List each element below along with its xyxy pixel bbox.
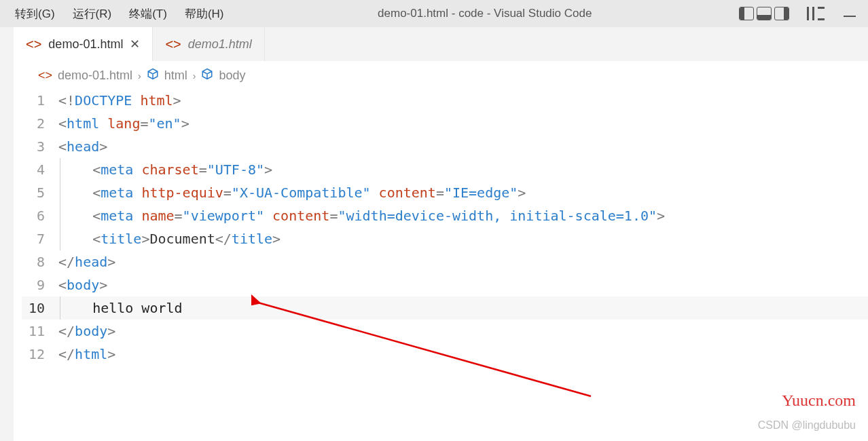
editor-area: <> demo-01.html ✕ <> demo1.html <> demo-… bbox=[14, 27, 868, 441]
layout-bottom-icon[interactable] bbox=[757, 7, 772, 20]
code-editor[interactable]: 1<!DOCTYPE html>2<html lang="en">3<head>… bbox=[14, 89, 868, 366]
code-line[interactable]: 12</html> bbox=[22, 343, 868, 366]
tab-bar: <> demo-01.html ✕ <> demo1.html bbox=[14, 27, 868, 61]
code-content[interactable]: <meta http-equiv="X-UA-Compatible" conte… bbox=[58, 181, 526, 204]
chevron-right-icon: › bbox=[138, 71, 141, 81]
layout-right-icon[interactable] bbox=[774, 7, 789, 20]
window-title: demo-01.html - code - Visual Studio Code bbox=[230, 7, 739, 20]
line-number: 8 bbox=[22, 250, 58, 273]
title-bar: 转到(G) 运行(R) 终端(T) 帮助(H) demo-01.html - c… bbox=[0, 0, 868, 27]
line-number: 7 bbox=[22, 227, 58, 250]
breadcrumb[interactable]: <> demo-01.html › html › body bbox=[14, 61, 868, 89]
line-number: 2 bbox=[22, 112, 58, 135]
close-icon[interactable]: ✕ bbox=[130, 37, 140, 52]
menu-bar: 转到(G) 运行(R) 终端(T) 帮助(H) bbox=[0, 5, 230, 23]
line-number: 9 bbox=[22, 273, 58, 296]
tab-demo-01[interactable]: <> demo-01.html ✕ bbox=[14, 27, 153, 61]
line-number: 5 bbox=[22, 181, 58, 204]
code-content[interactable]: hello world bbox=[58, 296, 183, 320]
menu-run[interactable]: 运行(R) bbox=[66, 5, 119, 23]
cube-icon bbox=[147, 68, 159, 83]
code-line[interactable]: 4 <meta charset="UTF-8"> bbox=[22, 158, 868, 181]
code-content[interactable]: </html> bbox=[58, 343, 115, 366]
code-line[interactable]: 5 <meta http-equiv="X-UA-Compatible" con… bbox=[22, 181, 868, 204]
html-file-icon: <> bbox=[38, 69, 52, 83]
code-line[interactable]: 9<body> bbox=[22, 273, 868, 296]
line-number: 1 bbox=[22, 89, 58, 112]
code-line[interactable]: 8</head> bbox=[22, 250, 868, 273]
tab-demo1[interactable]: <> demo1.html bbox=[153, 27, 264, 61]
code-line[interactable]: 1<!DOCTYPE html> bbox=[22, 89, 868, 112]
breadcrumb-file[interactable]: demo-01.html bbox=[58, 69, 132, 83]
menu-terminal[interactable]: 终端(T) bbox=[122, 5, 174, 23]
code-content[interactable]: <body> bbox=[58, 273, 107, 296]
layout-icons bbox=[739, 7, 789, 20]
window-controls bbox=[739, 7, 868, 20]
minimize-button[interactable] bbox=[844, 16, 856, 17]
code-line[interactable]: 7 <title>Document</title> bbox=[22, 227, 868, 250]
code-content[interactable]: </head> bbox=[58, 250, 115, 273]
html-file-icon: <> bbox=[165, 37, 181, 52]
line-number: 6 bbox=[22, 204, 58, 227]
watermark-yuucn: Yuucn.com bbox=[782, 391, 856, 410]
watermark-csdn: CSDN @lingdububu bbox=[758, 419, 856, 432]
code-line[interactable]: 2<html lang="en"> bbox=[22, 112, 868, 135]
line-number: 11 bbox=[22, 320, 58, 343]
line-number: 12 bbox=[22, 343, 58, 366]
code-content[interactable]: </body> bbox=[58, 320, 115, 343]
activity-bar bbox=[0, 27, 14, 441]
layout-left-icon[interactable] bbox=[739, 7, 754, 20]
code-line[interactable]: 3<head> bbox=[22, 135, 868, 158]
menu-go[interactable]: 转到(G) bbox=[8, 5, 62, 23]
code-line[interactable]: 10 hello world bbox=[22, 296, 868, 320]
code-content[interactable]: <meta charset="UTF-8"> bbox=[58, 158, 272, 181]
code-content[interactable]: <html lang="en"> bbox=[58, 112, 189, 135]
code-line[interactable]: 6 <meta name="viewport" content="width=d… bbox=[22, 204, 868, 227]
code-line[interactable]: 11</body> bbox=[22, 320, 868, 343]
code-content[interactable]: <title>Document</title> bbox=[58, 227, 281, 250]
tab-label: demo1.html bbox=[188, 37, 252, 52]
menu-help[interactable]: 帮助(H) bbox=[178, 5, 231, 23]
html-file-icon: <> bbox=[26, 37, 41, 52]
line-number: 3 bbox=[22, 135, 58, 158]
chevron-right-icon: › bbox=[193, 71, 196, 81]
code-content[interactable]: <!DOCTYPE html> bbox=[58, 89, 181, 112]
breadcrumb-html[interactable]: html bbox=[164, 69, 187, 83]
code-content[interactable]: <head> bbox=[58, 135, 107, 158]
code-content[interactable]: <meta name="viewport" content="width=dev… bbox=[58, 204, 665, 227]
line-number: 10 bbox=[22, 296, 58, 320]
breadcrumb-body[interactable]: body bbox=[219, 69, 245, 83]
customize-layout-icon[interactable] bbox=[807, 7, 825, 20]
line-number: 4 bbox=[22, 158, 58, 181]
cube-icon bbox=[201, 68, 213, 83]
tab-label: demo-01.html bbox=[48, 37, 123, 52]
